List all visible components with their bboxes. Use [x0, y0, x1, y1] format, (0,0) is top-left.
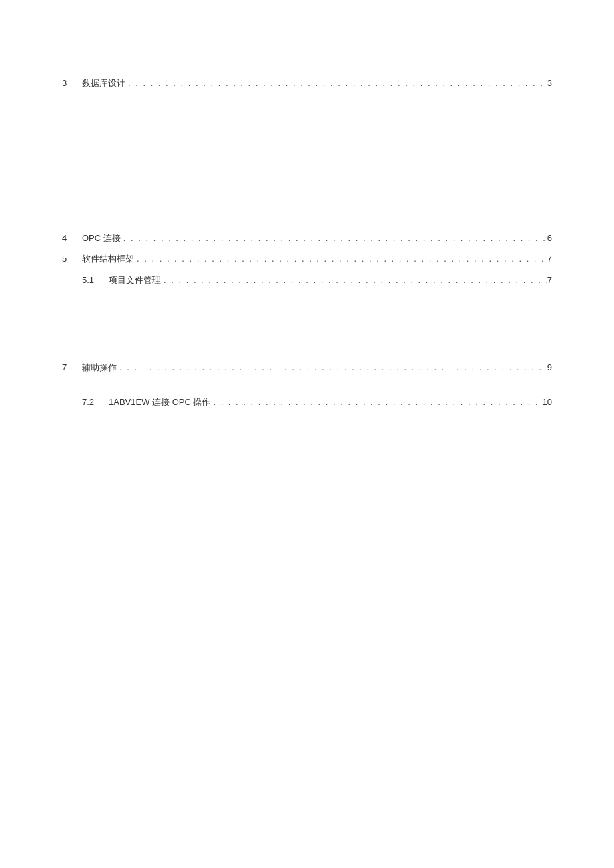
toc-title: 软件结构框架: [82, 252, 134, 266]
toc-number: 5: [62, 252, 82, 266]
toc-entry-5: 5 软件结构框架 7: [62, 252, 552, 266]
toc-page-number: 7: [547, 252, 552, 266]
toc-sub-number: 7.2: [82, 396, 109, 409]
toc-page-number: 7: [547, 274, 552, 287]
spacer: [62, 382, 552, 396]
toc-leader-dots: [125, 77, 547, 90]
toc-leader-dots: [210, 396, 542, 409]
toc-entry-7-2: 7.2 1ABV1EW 连接 OPC 操作 10: [62, 396, 552, 409]
toc-title: OPC 连接: [82, 232, 121, 245]
toc-entry-5-1: 5.1 项目文件管理 7: [62, 274, 552, 287]
toc-title: 项目文件管理: [109, 274, 161, 287]
spacer: [62, 98, 552, 232]
toc-title: 数据库设计: [82, 77, 125, 90]
toc-leader-dots: [134, 252, 547, 266]
toc-sub-number: 5.1: [82, 274, 109, 287]
toc-page-number: 9: [547, 361, 552, 374]
toc-leader-dots: [117, 361, 547, 374]
toc-entry-3: 3 数据库设计 3: [62, 77, 552, 90]
document-page: 3 数据库设计 3 4 OPC 连接 6 5 软件结构框架 7 5.1 项目文件…: [0, 0, 614, 408]
toc-page-number: 3: [547, 77, 552, 90]
spacer: [62, 294, 552, 361]
toc-number: 4: [62, 232, 82, 245]
toc-entry-7: 7 辅助操作 9: [62, 361, 552, 374]
toc-number: 3: [62, 77, 82, 90]
toc-leader-dots: [161, 274, 547, 287]
toc-title: 辅助操作: [82, 361, 117, 374]
toc-title: 1ABV1EW 连接 OPC 操作: [109, 396, 210, 409]
toc-entry-4: 4 OPC 连接 6: [62, 232, 552, 245]
toc-page-number: 10: [543, 396, 552, 409]
toc-number: 7: [62, 361, 82, 374]
toc-leader-dots: [121, 232, 547, 245]
toc-page-number: 6: [547, 232, 552, 245]
